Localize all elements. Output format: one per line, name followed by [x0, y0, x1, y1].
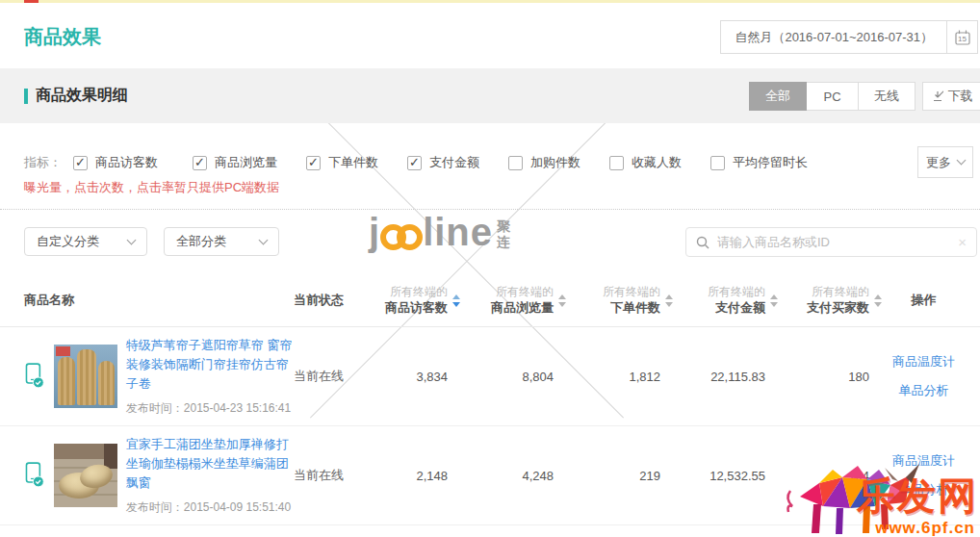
buyers-value: 104	[778, 469, 882, 483]
thermometer-link[interactable]: 商品温度计	[892, 452, 955, 470]
header-sort-buyers[interactable]: 所有终端的 支付买家数	[778, 285, 882, 316]
product-title-link[interactable]: 特级芦苇帘子遮阳帘草帘 窗帘装修装饰隔断门帘挂帘仿古帘子卷	[126, 336, 294, 394]
tab-all[interactable]: 全部	[749, 82, 807, 111]
header-sort-orders[interactable]: 所有终端的 下单件数	[566, 285, 673, 316]
payment-value: 22,115.83	[673, 370, 778, 384]
brand-cn-label: 聚连	[497, 218, 512, 249]
chevron-down-icon	[127, 235, 137, 244]
header-actions: 操作	[882, 292, 966, 309]
checkbox-orders[interactable]	[306, 156, 321, 170]
row-actions: 商品温度计 单品分析	[882, 353, 966, 399]
publish-time: 发布时间：2015-04-09 15:51:40	[126, 499, 294, 516]
all-category-dropdown[interactable]: 全部分类	[164, 227, 279, 256]
product-info: 宜家手工蒲团坐垫加厚禅修打坐瑜伽垫榻榻米坐垫草编蒲团飘窗 发布时间：2015-0…	[126, 435, 294, 516]
page-title: 商品效果	[24, 24, 101, 50]
header-sort-payment[interactable]: 所有终端的 支付金额	[673, 285, 778, 316]
metric-item-cart: 加购件数	[508, 154, 580, 171]
metric-item-visitors: 商品访客数	[73, 154, 158, 171]
chevron-down-icon	[259, 235, 269, 244]
mobile-online-icon	[24, 462, 45, 488]
search-input[interactable]	[717, 235, 950, 249]
date-range-picker[interactable]: 自然月（2016-07-01~2016-07-31） 15	[720, 20, 978, 54]
clear-search-icon[interactable]: ×	[958, 235, 967, 249]
checkbox-views[interactable]	[193, 156, 207, 170]
orders-value: 1,812	[566, 370, 673, 384]
sort-icon[interactable]	[558, 294, 566, 307]
tab-pc[interactable]: PC	[807, 82, 859, 111]
custom-category-label: 自定义分类	[37, 233, 99, 250]
calendar-icon[interactable]: 15	[946, 21, 977, 53]
checkbox-payment[interactable]	[407, 156, 422, 170]
section-title-label: 商品效果明细	[36, 86, 128, 106]
download-icon	[932, 90, 943, 102]
checkbox-cart[interactable]	[508, 156, 523, 170]
tab-wireless[interactable]: 无线	[859, 82, 916, 111]
calendar-day-label: 15	[947, 35, 977, 43]
section-title: 商品效果明细	[24, 68, 128, 123]
metric-item-stay-time: 平均停留时长	[710, 154, 808, 171]
item-analysis-link[interactable]: 单品分析	[899, 481, 949, 499]
header-sort-views[interactable]: 所有终端的 商品浏览量	[460, 285, 566, 316]
product-search-box: ×	[685, 227, 977, 257]
product-effect-page: 商品效果 自然月（2016-07-01~2016-07-31） 15 商品效果明…	[0, 0, 980, 537]
metrics-label: 指标：	[24, 154, 62, 171]
row-actions: 商品温度计 单品分析	[882, 452, 966, 499]
status-label: 当前在线	[294, 467, 371, 484]
terminal-tabs: 全部 PC 无线	[749, 82, 916, 111]
download-button[interactable]: 下载	[922, 82, 980, 111]
product-thumbnail[interactable]	[54, 345, 117, 408]
top-red-tick	[24, 0, 39, 3]
table-row: 特级芦苇帘子遮阳帘草帘 窗帘装修装饰隔断门帘挂帘仿古帘子卷 发布时间：2015-…	[0, 327, 980, 426]
brand-suffix: line	[423, 213, 493, 251]
metric-item-favorites: 收藏人数	[609, 154, 682, 171]
dotted-divider	[0, 209, 980, 210]
brand-prefix: j	[369, 213, 380, 251]
download-label: 下载	[948, 88, 973, 105]
sort-icon[interactable]	[665, 294, 673, 307]
sort-icon[interactable]	[452, 294, 460, 307]
checkbox-stay-time[interactable]	[710, 156, 725, 170]
visitors-value: 2,148	[371, 469, 460, 483]
checkbox-favorites[interactable]	[609, 156, 624, 170]
sort-icon[interactable]	[874, 294, 882, 307]
orders-value: 219	[566, 469, 673, 483]
thermometer-link[interactable]: 商品温度计	[892, 353, 955, 371]
payment-value: 12,532.55	[673, 469, 778, 483]
brand-ring-icon	[397, 224, 423, 250]
date-range-label: 自然月（2016-07-01~2016-07-31）	[721, 21, 946, 53]
views-value: 8,804	[460, 370, 566, 384]
table-row: 宜家手工蒲团坐垫加厚禅修打坐瑜伽垫榻榻米坐垫草编蒲团飘窗 发布时间：2015-0…	[0, 426, 980, 525]
jooline-brand-watermark: j line 聚连	[369, 213, 512, 251]
product-cell: 宜家手工蒲团坐垫加厚禅修打坐瑜伽垫榻榻米坐垫草编蒲团飘窗 发布时间：2015-0…	[24, 435, 294, 516]
header-status: 当前状态	[294, 292, 371, 309]
custom-category-dropdown[interactable]: 自定义分类	[24, 227, 147, 256]
metric-item-orders: 下单件数	[306, 154, 378, 171]
more-label: 更多	[926, 154, 951, 171]
item-analysis-link[interactable]: 单品分析	[899, 382, 949, 399]
publish-time: 发布时间：2015-04-23 15:16:41	[126, 400, 294, 417]
product-effect-table: 商品名称 当前状态 所有终端的 商品访客数 所有终端的 商品浏览量 所有终端的	[0, 274, 980, 525]
checkbox-visitors[interactable]	[73, 156, 88, 170]
visitors-value: 3,834	[371, 370, 460, 384]
status-label: 当前在线	[294, 368, 371, 385]
product-cell: 特级芦苇帘子遮阳帘草帘 窗帘装修装饰隔断门帘挂帘仿古帘子卷 发布时间：2015-…	[24, 336, 294, 417]
header-product-name: 商品名称	[24, 292, 294, 309]
sort-icon[interactable]	[770, 294, 778, 307]
product-title-link[interactable]: 宜家手工蒲团坐垫加厚禅修打坐瑜伽垫榻榻米坐垫草编蒲团飘窗	[126, 435, 294, 493]
section-accent-bar	[24, 89, 28, 104]
product-info: 特级芦苇帘子遮阳帘草帘 窗帘装修装饰隔断门帘挂帘仿古帘子卷 发布时间：2015-…	[126, 336, 294, 417]
views-value: 4,248	[460, 469, 566, 483]
product-thumbnail[interactable]	[54, 444, 117, 507]
metrics-row: 指标： 商品访客数 商品浏览量 下单件数 支付金额 加购件数 收藏人数 平均停留…	[24, 154, 837, 171]
search-icon	[696, 236, 709, 249]
all-category-label: 全部分类	[176, 233, 226, 250]
mobile-online-icon	[24, 363, 45, 389]
pc-data-note: 曝光量，点击次数，点击率暂只提供PC端数据	[24, 179, 279, 196]
table-header-row: 商品名称 当前状态 所有终端的 商品访客数 所有终端的 商品浏览量 所有终端的	[0, 274, 980, 327]
more-metrics-button[interactable]: 更多	[917, 146, 973, 178]
buyers-value: 180	[778, 370, 882, 384]
top-accent-line	[0, 0, 980, 3]
metric-item-payment: 支付金额	[407, 154, 479, 171]
chevron-down-icon	[957, 156, 967, 166]
header-sort-visitors[interactable]: 所有终端的 商品访客数	[371, 285, 460, 316]
